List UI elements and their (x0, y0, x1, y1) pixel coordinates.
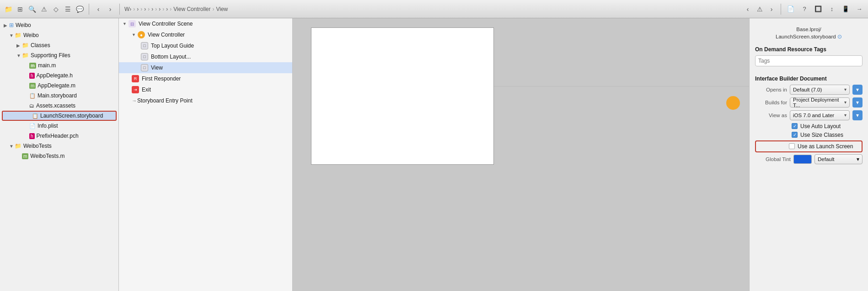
opens-in-blue-button[interactable]: ▾ (852, 85, 863, 95)
use-size-classes-row: ✓ Use Size Classes (755, 132, 863, 138)
dropdown-arrow-icon: ▾ (844, 87, 847, 92)
tree-item-weibotests-group[interactable]: ▼ 📁 WeiboTests (0, 141, 118, 151)
assets-icon: 🗂 (29, 103, 34, 108)
tree-item-weibo-group[interactable]: ▼ 📁 Weibo (0, 30, 118, 40)
opens-in-value: Default (7.0) (793, 87, 822, 92)
use-launch-screen-row: Use as Launch Screen (755, 140, 863, 152)
code-icon[interactable]: ◇ (51, 5, 60, 14)
list-icon[interactable]: ☰ (63, 5, 72, 14)
ib-label: Storyboard Entry Point (137, 97, 193, 104)
opens-in-dropdown[interactable]: Default (7.0) ▾ (790, 85, 850, 95)
connections-icon[interactable]: ↕ (827, 4, 837, 14)
bubble-icon[interactable]: 💬 (75, 5, 84, 14)
use-auto-layout-label: Use Auto Layout (800, 123, 841, 129)
global-tint-swatch[interactable] (793, 155, 812, 164)
builds-for-blue-button[interactable]: ▾ (852, 97, 863, 108)
opens-in-label: Opens in (755, 87, 787, 92)
ib-label: View Controller (148, 32, 185, 38)
file-tree: ▶ ⊞ Weibo ▼ 📁 Weibo ▶ 📁 Classes ▼ 📁 Supp… (0, 18, 119, 291)
file-path-arrow-icon[interactable]: ⊙ (837, 33, 842, 40)
builds-for-value: Project Deployment T... (793, 97, 844, 108)
breadcrumb-item-4[interactable]: › (151, 6, 153, 12)
scene-icon: ⊟ (129, 20, 136, 27)
file-path-line1: Base.lproj/ (796, 27, 821, 32)
attributes-icon[interactable]: 🔲 (813, 4, 823, 14)
builds-for-dropdown[interactable]: Project Deployment T... ▾ (790, 97, 850, 108)
breadcrumb-item-6[interactable]: › (166, 6, 168, 12)
nav-right-icon[interactable]: › (767, 5, 776, 14)
ib-item-scene[interactable]: ▼ ⊟ View Controller Scene (119, 18, 292, 29)
breadcrumb-item-1[interactable]: W› (124, 6, 131, 12)
responder-icon: R (132, 75, 139, 82)
inspector-body: Base.lproj/ LaunchScreen.storyboard ⊙ On… (750, 22, 868, 168)
layout-guide-icon: □ (141, 53, 148, 60)
builds-for-label: Builds for (755, 100, 787, 105)
tree-item-launch-storyboard[interactable]: 📋 LaunchScreen.storyboard (2, 111, 117, 121)
effects-icon[interactable]: → (854, 4, 864, 14)
ib-item-top-layout[interactable]: □ Top Layout Guide (119, 40, 292, 51)
expand-arrow-icon: ▼ (123, 22, 127, 26)
help-icon[interactable]: ? (799, 4, 809, 14)
dropdown-arrow-icon: ▾ (844, 100, 847, 105)
tags-input[interactable] (755, 55, 863, 66)
use-launch-screen-checkbox[interactable] (789, 143, 795, 149)
main-layout: ▶ ⊞ Weibo ▼ 📁 Weibo ▶ 📁 Classes ▼ 📁 Supp… (0, 18, 868, 291)
breadcrumb-view[interactable]: View (216, 6, 228, 12)
folder-icon[interactable]: 📁 (4, 5, 13, 14)
breadcrumb-item-5[interactable]: › (159, 6, 161, 12)
view-as-blue-button[interactable]: ▾ (852, 110, 863, 120)
nav-forward-button[interactable]: › (106, 5, 115, 14)
search-icon[interactable]: 🔍 (27, 5, 37, 14)
file-inspector-icon[interactable]: 📄 (786, 4, 796, 14)
m-file-icon: m (29, 83, 36, 89)
use-size-classes-checkbox[interactable]: ✓ (792, 132, 798, 138)
warn-icon-2[interactable]: ‹ (743, 5, 752, 14)
tree-label: Classes (31, 42, 50, 48)
ib-item-bottom-layout[interactable]: □ Bottom Layout... (119, 51, 292, 62)
inspector-panel: Base.lproj/ LaunchScreen.storyboard ⊙ On… (749, 18, 868, 291)
ib-label: View (151, 65, 163, 71)
breadcrumb-sep-6: › (170, 6, 171, 12)
breadcrumb-viewcontroller[interactable]: View Controller (173, 6, 210, 12)
bindings-icon[interactable]: 📱 (841, 4, 851, 14)
breadcrumb-item-3[interactable]: › (144, 6, 146, 12)
ib-item-viewcontroller[interactable]: ▼ ● View Controller (119, 29, 292, 40)
global-tint-dropdown[interactable]: Default ▾ (814, 154, 863, 164)
nav-back-button[interactable]: ‹ (94, 5, 103, 14)
ib-item-view[interactable]: □ View (119, 62, 292, 73)
tree-label: LaunchScreen.storyboard (40, 113, 103, 119)
use-auto-layout-checkbox[interactable]: ✓ (792, 123, 798, 129)
tree-label: WeiboTests.m (30, 153, 64, 159)
ib-item-exit[interactable]: ⇥ Exit (119, 84, 292, 95)
dropdown-arrow-icon: ▾ (844, 113, 847, 118)
h-file-icon: h (29, 73, 35, 79)
ib-item-first-responder[interactable]: R First Responder (119, 73, 292, 84)
tree-item-appdelegate-h[interactable]: h AppDelegate.h (0, 70, 118, 81)
view-as-dropdown[interactable]: iOS 7.0 and Later ▾ (790, 110, 850, 120)
breadcrumb: W› › › › › › › › › › › › View Controller… (124, 6, 740, 12)
tree-item-appdelegate-m[interactable]: m AppDelegate.m (0, 81, 118, 91)
tree-item-classes[interactable]: ▶ 📁 Classes (0, 40, 118, 50)
tree-item-supporting-files[interactable]: ▼ 📁 Supporting Files (0, 50, 118, 60)
breadcrumb-item-2[interactable]: › (137, 6, 139, 12)
warning-icon[interactable]: ⚠ (39, 5, 48, 14)
tree-item-weibotests-m[interactable]: m WeiboTests.m (0, 151, 118, 161)
builds-for-row: Builds for Project Deployment T... ▾ ▾ (755, 97, 863, 108)
global-tint-value: Default (818, 156, 834, 162)
tree-label: main.m (38, 62, 56, 69)
arrow-icon: ▶ (16, 43, 22, 48)
tree-item-main-storyboard[interactable]: 📋 Main.storyboard (0, 91, 118, 101)
warn-icon-3[interactable]: ⚠ (755, 5, 764, 14)
ib-item-entry-point[interactable]: → Storyboard Entry Point (119, 95, 292, 106)
tree-item-main-m[interactable]: m main.m (0, 60, 118, 70)
h-file-icon: h (29, 133, 35, 139)
ib-label: Exit (142, 86, 151, 93)
expand-arrow-icon: ▼ (132, 32, 136, 37)
tree-item-assets[interactable]: 🗂 Assets.xcassets (0, 101, 118, 111)
tree-item-prefix-header[interactable]: h PrefixHeader.pch (0, 131, 118, 141)
tree-item-weibo-project[interactable]: ▶ ⊞ Weibo (0, 20, 118, 30)
tree-item-info-plist[interactable]: 📄 Info.plist (0, 121, 118, 131)
main-toolbar: 📁 ⊞ 🔍 ⚠ ◇ ☰ 💬 ‹ › W› › › › › › › › › › ›… (0, 0, 868, 18)
file-path-line2: LaunchScreen.storyboard (776, 34, 836, 39)
grid-icon[interactable]: ⊞ (16, 5, 25, 14)
